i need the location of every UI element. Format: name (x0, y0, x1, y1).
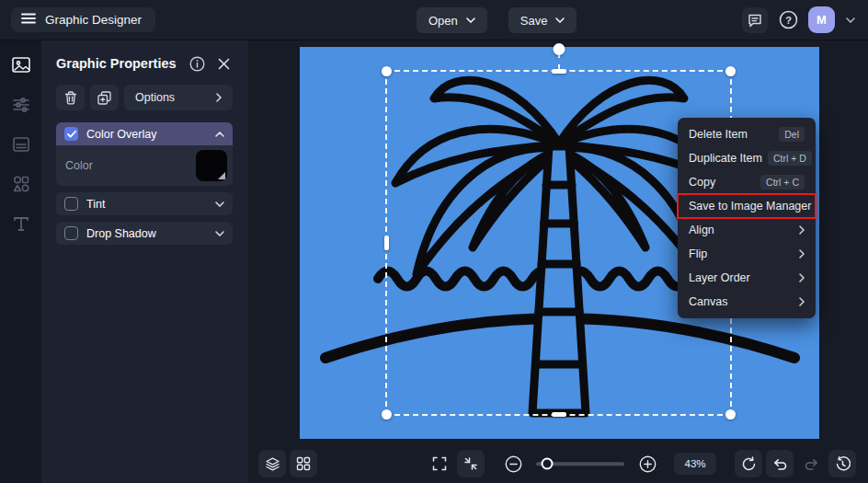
duplicate-graphic-button[interactable] (90, 85, 119, 110)
bottom-toolbar: 43% (248, 444, 868, 483)
resize-handle-top[interactable] (552, 69, 566, 74)
drop-shadow-label: Drop Shadow (86, 227, 207, 240)
menu-item-label: Layer Order (689, 271, 794, 284)
save-button-label: Save (520, 14, 548, 28)
toolbar-history-group (735, 450, 856, 477)
zoom-out-icon (505, 455, 522, 473)
submenu-chevron-icon (799, 297, 805, 306)
tint-checkbox[interactable] (64, 197, 78, 211)
drop-shadow-section-header[interactable]: Drop Shadow (56, 222, 233, 245)
delete-graphic-button[interactable] (56, 85, 85, 110)
chevron-right-icon (216, 93, 222, 102)
layers-icon (265, 456, 280, 472)
color-overlay-section-header[interactable]: Color Overlay (56, 122, 233, 145)
workspace: Delete Item Del Duplicate Item Ctrl + D … (248, 40, 868, 483)
redo-button[interactable] (797, 450, 825, 477)
rail-item-graphics[interactable] (8, 52, 34, 78)
image-icon (11, 55, 31, 75)
menu-item-canvas[interactable]: Canvas (678, 290, 816, 314)
resize-handle-left[interactable] (384, 236, 389, 250)
save-button[interactable]: Save (508, 7, 577, 33)
layers-button[interactable] (258, 450, 286, 477)
chevron-down-icon (555, 17, 565, 23)
chat-icon (748, 13, 762, 28)
fit-to-screen-button[interactable] (457, 450, 485, 477)
left-tool-rail (0, 40, 41, 483)
fullscreen-button[interactable] (426, 450, 453, 477)
menu-item-flip[interactable]: Flip (678, 242, 816, 266)
info-button[interactable] (188, 54, 206, 73)
feedback-button[interactable] (742, 7, 768, 33)
context-menu: Delete Item Del Duplicate Item Ctrl + D … (678, 118, 816, 318)
rail-item-text[interactable] (8, 211, 34, 236)
resize-handle-top-left[interactable] (382, 66, 392, 76)
menu-item-duplicate-item[interactable]: Duplicate Item Ctrl + D (678, 146, 816, 170)
chevron-up-icon (215, 132, 224, 137)
close-icon (218, 58, 230, 70)
duplicate-icon (97, 91, 111, 105)
chevron-down-icon (466, 17, 475, 23)
menu-item-save-to-image-manager[interactable]: Save to Image Manager (678, 194, 816, 218)
options-button[interactable]: Options (124, 85, 233, 110)
undo-icon (772, 457, 788, 471)
resize-handle-bottom-left[interactable] (382, 409, 392, 420)
submenu-chevron-icon (799, 249, 805, 259)
pages-grid-button[interactable] (290, 450, 317, 477)
grid-icon (296, 456, 311, 471)
hamburger-menu-icon (21, 13, 36, 27)
menu-item-align[interactable]: Align (678, 218, 816, 242)
help-button[interactable]: ? (777, 9, 799, 31)
resize-handle-bottom[interactable] (552, 412, 566, 417)
panel-title: Graphic Properties (56, 56, 179, 71)
user-avatar[interactable]: M (808, 6, 835, 33)
rail-item-templates[interactable] (8, 132, 34, 157)
rail-item-adjustments[interactable] (8, 92, 34, 118)
menu-item-layer-order[interactable]: Layer Order (678, 266, 816, 290)
shortcut-badge: Ctrl + D (768, 151, 812, 166)
menu-item-label: Align (689, 224, 794, 236)
menu-item-label: Canvas (689, 295, 794, 308)
sliders-icon (11, 95, 31, 115)
shortcut-badge: Ctrl + C (760, 175, 805, 190)
help-icon: ? (779, 10, 798, 29)
text-icon (11, 213, 31, 234)
zoom-in-button[interactable] (635, 450, 659, 477)
submenu-chevron-icon (799, 273, 805, 282)
fit-screen-icon (463, 456, 478, 471)
refresh-button[interactable] (735, 450, 762, 477)
zoom-slider-knob[interactable] (541, 458, 553, 470)
resize-handle-top-right[interactable] (725, 66, 736, 76)
menu-item-delete-item[interactable]: Delete Item Del (678, 122, 816, 146)
close-panel-button[interactable] (214, 54, 233, 73)
tint-section-header[interactable]: Tint (56, 192, 233, 215)
rotate-handle[interactable] (553, 43, 565, 55)
color-label: Color (65, 159, 93, 172)
open-button[interactable]: Open (417, 7, 487, 33)
menu-item-label: Copy (689, 176, 755, 189)
check-icon (67, 131, 76, 138)
tint-label: Tint (86, 198, 207, 211)
account-menu-button[interactable] (844, 9, 857, 31)
refresh-icon (741, 456, 757, 472)
zoom-slider[interactable] (536, 450, 624, 477)
color-swatch[interactable] (196, 150, 227, 181)
zoom-out-button[interactable] (501, 450, 525, 477)
main-menu-button[interactable]: Graphic Designer (11, 7, 155, 32)
color-overlay-checkbox[interactable] (64, 127, 78, 141)
open-button-label: Open (428, 14, 458, 28)
chevron-down-icon (215, 231, 224, 236)
graphic-properties-panel: Graphic Properties (41, 40, 248, 483)
trash-icon (64, 91, 77, 105)
rail-item-elements[interactable] (8, 171, 34, 197)
color-overlay-body: Color (56, 145, 233, 186)
menu-item-copy[interactable]: Copy Ctrl + C (678, 170, 816, 194)
top-bar: Graphic Designer Open Save ? (0, 0, 868, 40)
drop-shadow-checkbox[interactable] (64, 226, 78, 240)
undo-button[interactable] (766, 450, 794, 477)
fullscreen-icon (432, 456, 447, 471)
redo-icon (804, 457, 819, 471)
resize-handle-bottom-right[interactable] (725, 409, 736, 420)
avatar-initial: M (817, 13, 827, 27)
history-reset-button[interactable] (828, 450, 856, 477)
options-label: Options (135, 91, 175, 104)
